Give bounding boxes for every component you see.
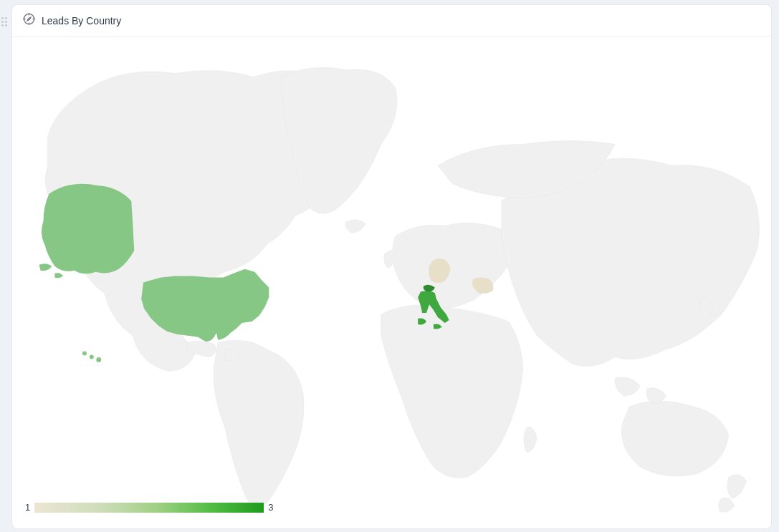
leads-by-country-card: Leads By Country	[11, 4, 772, 529]
card-header: Leads By Country	[12, 5, 771, 37]
legend: 1 3	[25, 502, 273, 513]
world-map[interactable]: 1 3	[12, 37, 771, 528]
svg-marker-1	[27, 17, 32, 21]
legend-gradient	[34, 503, 264, 513]
svg-point-7	[90, 354, 94, 359]
legend-min: 1	[25, 502, 30, 513]
legend-max: 3	[268, 502, 273, 513]
svg-point-6	[82, 352, 87, 356]
country-usa-alaska[interactable]	[39, 184, 135, 279]
svg-point-8	[96, 357, 101, 362]
compass-icon	[22, 12, 36, 29]
country-usa-hawaii[interactable]	[82, 352, 101, 362]
drag-handle[interactable]	[1, 17, 9, 27]
card-title: Leads By Country	[42, 15, 121, 26]
